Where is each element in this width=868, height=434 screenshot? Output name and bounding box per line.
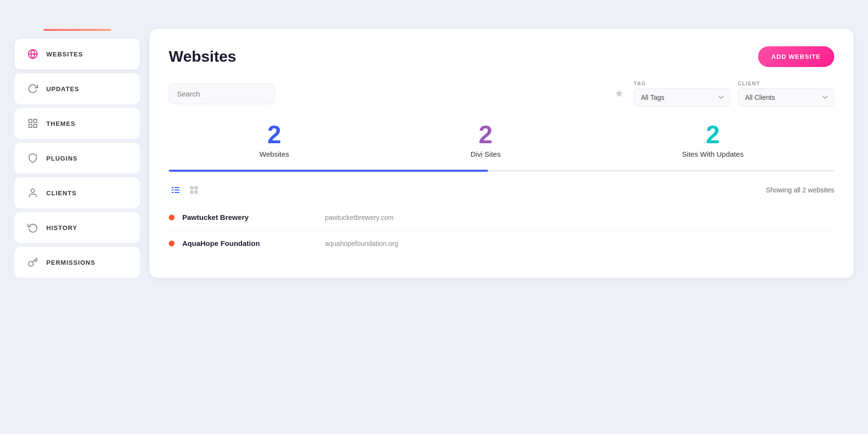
sidebar-item-plugins[interactable]: Plugins	[14, 143, 140, 174]
sidebar-item-clients-label: Clients	[46, 190, 77, 197]
grid-icon	[26, 117, 40, 130]
sidebar-item-permissions[interactable]: Permissions	[14, 247, 140, 278]
sidebar-item-themes[interactable]: Themes	[14, 108, 140, 139]
websites-stat-label: Websites	[259, 150, 289, 158]
website-url-aquahope: aquahopefoundation.org	[325, 240, 398, 247]
history-icon	[26, 221, 40, 234]
client-filter-group: CLIENT All Clients	[738, 81, 834, 107]
progress-track	[169, 170, 834, 172]
websites-stat-number: 2	[267, 122, 281, 147]
svg-rect-2	[29, 120, 32, 122]
list-view-button[interactable]	[169, 183, 182, 197]
svg-rect-10	[175, 190, 179, 190]
showing-count-text: Showing all 2 websites	[766, 186, 834, 194]
divi-sites-stat-label: Divi Sites	[471, 150, 501, 158]
updates-stat-number: 2	[706, 122, 720, 147]
search-input[interactable]	[169, 83, 275, 104]
svg-rect-9	[172, 190, 174, 190]
svg-point-6	[31, 189, 34, 192]
sidebar-item-themes-label: Themes	[46, 120, 75, 127]
divi-sites-stat-number: 2	[478, 122, 492, 147]
svg-rect-14	[194, 186, 198, 190]
website-url-pawtucket: pawtucketbrewery.com	[325, 214, 393, 221]
add-website-button[interactable]: ADD WEBSITE	[758, 46, 834, 67]
sidebar-item-websites-label: Websites	[46, 51, 83, 58]
sidebar-item-permissions-label: Permissions	[46, 259, 95, 266]
svg-rect-3	[34, 120, 37, 122]
globe-icon	[26, 47, 40, 61]
status-dot-pawtucket	[169, 215, 175, 220]
app-layout: Websites Updates Themes	[14, 29, 854, 278]
updates-stat-label: Sites With Updates	[682, 150, 744, 158]
sidebar-item-clients[interactable]: Clients	[14, 177, 140, 208]
sidebar-item-plugins-label: Plugins	[46, 155, 78, 162]
svg-rect-15	[190, 190, 193, 194]
stats-row: 2 Websites 2 Divi Sites 2 Sites With Upd…	[169, 122, 834, 170]
sidebar-item-updates[interactable]: Updates	[14, 73, 140, 104]
websites-stat: 2 Websites	[259, 122, 289, 158]
svg-rect-7	[172, 187, 174, 188]
client-filter-select[interactable]: All Clients	[738, 88, 834, 107]
status-dot-aquahope	[169, 241, 175, 246]
svg-rect-4	[29, 124, 32, 127]
svg-rect-11	[172, 192, 174, 193]
key-icon	[26, 256, 40, 269]
svg-rect-8	[175, 187, 179, 188]
progress-fill	[169, 170, 488, 172]
sidebar-accent	[43, 29, 111, 31]
svg-rect-12	[175, 192, 179, 193]
tag-filter-select[interactable]: All Tags	[634, 88, 730, 107]
main-header: Websites ADD WEBSITE	[169, 46, 834, 67]
list-controls: Showing all 2 websites	[169, 183, 834, 197]
main-content: Websites ADD WEBSITE ★ TAG All Tags CLIE…	[149, 29, 854, 278]
svg-rect-13	[190, 186, 193, 190]
updates-stat: 2 Sites With Updates	[682, 122, 744, 158]
view-toggles	[169, 183, 201, 197]
user-icon	[26, 186, 40, 200]
website-row: AquaHope Foundation aquahopefoundation.o…	[169, 231, 834, 256]
page-title: Websites	[169, 48, 236, 66]
client-filter-label: CLIENT	[738, 81, 834, 86]
svg-rect-5	[34, 124, 37, 127]
website-list: Pawtucket Brewery pawtucketbrewery.com A…	[169, 204, 834, 256]
website-name-pawtucket: Pawtucket Brewery	[182, 213, 317, 221]
refresh-icon	[26, 82, 40, 95]
website-row: Pawtucket Brewery pawtucketbrewery.com	[169, 204, 834, 231]
favorites-star-button[interactable]: ★	[612, 85, 626, 102]
sidebar-item-history-label: History	[46, 224, 77, 231]
sidebar-item-history[interactable]: History	[14, 212, 140, 243]
svg-rect-16	[194, 190, 198, 194]
tag-filter-group: TAG All Tags	[634, 81, 730, 107]
sidebar: Websites Updates Themes	[14, 29, 140, 278]
sidebar-item-websites[interactable]: Websites	[14, 39, 140, 69]
shield-icon	[26, 151, 40, 165]
website-name-aquahope: AquaHope Foundation	[182, 239, 317, 247]
sidebar-item-updates-label: Updates	[46, 85, 79, 93]
tag-filter-label: TAG	[634, 81, 730, 86]
grid-view-button[interactable]	[187, 183, 201, 197]
divi-sites-stat: 2 Divi Sites	[471, 122, 501, 158]
filters-row: ★ TAG All Tags CLIENT All Clients	[169, 81, 834, 107]
